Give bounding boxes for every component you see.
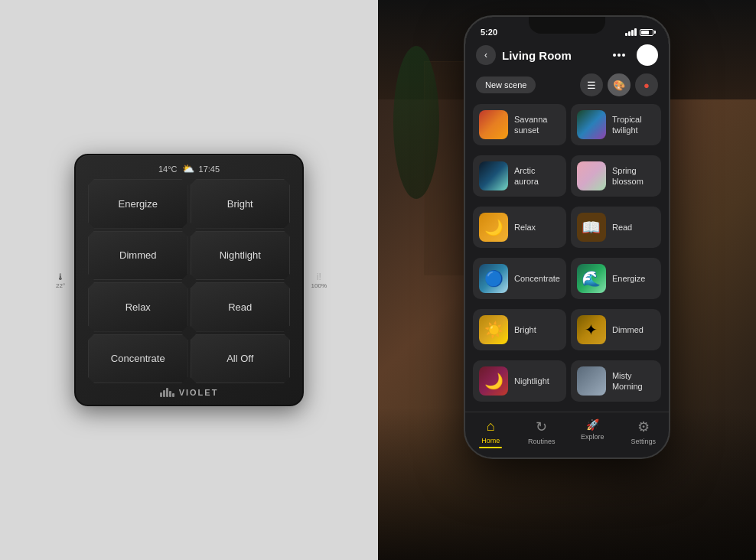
ctrl-btn-energize-label: Energize bbox=[119, 198, 158, 210]
plant-decor bbox=[393, 46, 439, 199]
time-display: 17:45 bbox=[199, 164, 220, 174]
nav-label-home: Home bbox=[481, 437, 500, 444]
nav-item-home[interactable]: ⌂ Home bbox=[465, 418, 516, 448]
routines-icon: ↻ bbox=[536, 418, 547, 435]
bar1 bbox=[160, 392, 162, 397]
ctrl-btn-all-off[interactable]: All Off bbox=[191, 334, 291, 384]
ctrl-btn-all-off-label: All Off bbox=[226, 353, 253, 364]
ctrl-btn-concentrate-label: Concentrate bbox=[111, 353, 165, 364]
nav-item-explore[interactable]: 🚀 Explore bbox=[567, 418, 618, 448]
scene-name-dimmed: Dimmed bbox=[612, 324, 644, 335]
phone-screen: 5:20 bbox=[465, 17, 669, 457]
status-time: 5:20 bbox=[481, 28, 497, 37]
scenes-grid: Savannasunset Tropicaltwilight Arctic au… bbox=[465, 99, 669, 412]
nav-label-routines: Routines bbox=[528, 438, 556, 445]
bar5 bbox=[172, 393, 174, 397]
nav-underline-home bbox=[479, 447, 502, 448]
grid-view-button[interactable]: 🎨 bbox=[608, 73, 631, 96]
room-title: Living Room bbox=[502, 49, 601, 62]
weather-icon: ⛅ bbox=[182, 163, 194, 174]
list-view-button[interactable]: ☰ bbox=[580, 73, 603, 96]
scene-thumb-nightlight: 🌙 bbox=[479, 366, 508, 396]
scene-name-relax: Relax bbox=[514, 222, 536, 233]
scene-card-read[interactable]: 📖 Read bbox=[571, 207, 661, 248]
scene-thumb-relax: 🌙 bbox=[479, 213, 508, 242]
ctrl-btn-read[interactable]: Read bbox=[191, 282, 291, 332]
bar2 bbox=[163, 390, 165, 397]
scene-name-arctic: Arctic aurora bbox=[514, 165, 560, 187]
scene-thumb-tropical bbox=[577, 110, 606, 139]
phone-wrapper: 5:20 bbox=[464, 15, 670, 459]
more-button[interactable] bbox=[608, 48, 631, 62]
temperature-display: 14°C bbox=[158, 164, 178, 174]
scene-name-tropical: Tropicaltwilight bbox=[612, 114, 642, 136]
bar3 bbox=[166, 388, 168, 397]
ctrl-btn-relax[interactable]: Relax bbox=[88, 282, 188, 332]
nav-item-routines[interactable]: ↻ Routines bbox=[516, 418, 568, 448]
status-icons bbox=[625, 28, 653, 36]
scene-card-arctic-aurora[interactable]: Arctic aurora bbox=[473, 155, 566, 197]
nav-item-settings[interactable]: ⚙ Settings bbox=[618, 418, 670, 448]
temp-indicator: 22° bbox=[56, 282, 65, 289]
scene-thumb-dimmed: ✦ bbox=[577, 315, 606, 344]
controller-buttons-grid: Energize Bright Dimmed Nightlight Relax … bbox=[80, 177, 298, 385]
scene-card-spring-blossom[interactable]: Springblossom bbox=[571, 155, 661, 197]
app-toolbar: New scene ☰ 🎨 ● bbox=[465, 70, 669, 99]
scene-card-tropical-twilight[interactable]: Tropicaltwilight bbox=[571, 104, 661, 145]
battery-icon bbox=[640, 29, 653, 36]
scene-card-savanna-sunset[interactable]: Savannasunset bbox=[473, 104, 566, 145]
scene-name-energize: Energize bbox=[612, 273, 645, 284]
scene-thumb-read: 📖 bbox=[577, 213, 606, 242]
bar4 bbox=[169, 391, 171, 397]
left-side-indicator: 🌡 22° bbox=[56, 272, 65, 289]
scene-thumb-bright: ☀️ bbox=[479, 315, 508, 344]
explore-icon: 🚀 bbox=[586, 418, 599, 431]
right-panel: 5:20 bbox=[378, 0, 756, 560]
scene-thumb-savanna bbox=[479, 110, 508, 139]
dot1 bbox=[613, 54, 616, 57]
scene-card-energize[interactable]: 🌊 Energize bbox=[571, 258, 661, 299]
nav-label-explore: Explore bbox=[581, 433, 604, 441]
scene-card-relax[interactable]: 🌙 Relax bbox=[473, 207, 566, 248]
back-button[interactable]: ‹ bbox=[476, 45, 496, 65]
ctrl-btn-bright[interactable]: Bright bbox=[191, 179, 291, 229]
pct-indicator: 100% bbox=[311, 282, 327, 289]
home-icon: ⌂ bbox=[487, 418, 495, 435]
right-side-indicator: i! 100% bbox=[311, 272, 327, 289]
bottom-nav: ⌂ Home ↻ Routines 🚀 Explore ⚙ Settin bbox=[465, 412, 669, 457]
wall-controller: 14°C ⛅ 17:45 Energize Bright Dimmed Nigh… bbox=[74, 154, 304, 406]
scene-card-nightlight[interactable]: 🌙 Nightlight bbox=[473, 360, 566, 402]
bar-1 bbox=[625, 33, 627, 36]
bar-4 bbox=[634, 28, 637, 36]
scene-name-spring: Springblossom bbox=[612, 165, 644, 187]
brand-icon bbox=[160, 388, 174, 397]
scene-thumb-energize: 🌊 bbox=[577, 264, 606, 293]
ctrl-btn-dimmed[interactable]: Dimmed bbox=[88, 231, 188, 281]
color-wheel-button[interactable]: ● bbox=[635, 73, 658, 96]
color-icon: ● bbox=[644, 80, 650, 91]
scene-thumb-concentrate: 🔵 bbox=[479, 264, 508, 293]
scene-thumb-misty bbox=[577, 366, 606, 396]
settings-icon: ⚙ bbox=[637, 418, 650, 435]
controller-top-bar: 14°C ⛅ 17:45 bbox=[80, 160, 298, 177]
nav-label-settings: Settings bbox=[631, 438, 656, 445]
back-icon: ‹ bbox=[484, 50, 487, 60]
controller-bottom: VIOLET bbox=[80, 385, 298, 400]
scene-name-misty: MistyMorning bbox=[612, 370, 643, 392]
scene-name-concentrate: Concentrate bbox=[514, 273, 560, 284]
user-avatar[interactable] bbox=[637, 44, 658, 66]
scene-card-bright[interactable]: ☀️ Bright bbox=[473, 309, 566, 350]
scene-card-dimmed[interactable]: ✦ Dimmed bbox=[571, 309, 661, 350]
palette-icon: 🎨 bbox=[613, 80, 625, 91]
phone-notch bbox=[529, 17, 605, 34]
signal-bars-icon bbox=[625, 28, 637, 36]
scene-card-concentrate[interactable]: 🔵 Concentrate bbox=[473, 258, 566, 299]
ctrl-btn-concentrate[interactable]: Concentrate bbox=[88, 334, 188, 384]
brand-name: VIOLET bbox=[179, 388, 219, 397]
scene-card-misty-morning[interactable]: MistyMorning bbox=[571, 360, 661, 402]
ctrl-btn-energize[interactable]: Energize bbox=[88, 179, 188, 229]
bar-3 bbox=[631, 30, 634, 36]
ctrl-btn-nightlight[interactable]: Nightlight bbox=[191, 231, 291, 281]
ctrl-btn-read-label: Read bbox=[228, 301, 252, 313]
new-scene-button[interactable]: New scene bbox=[476, 77, 536, 93]
